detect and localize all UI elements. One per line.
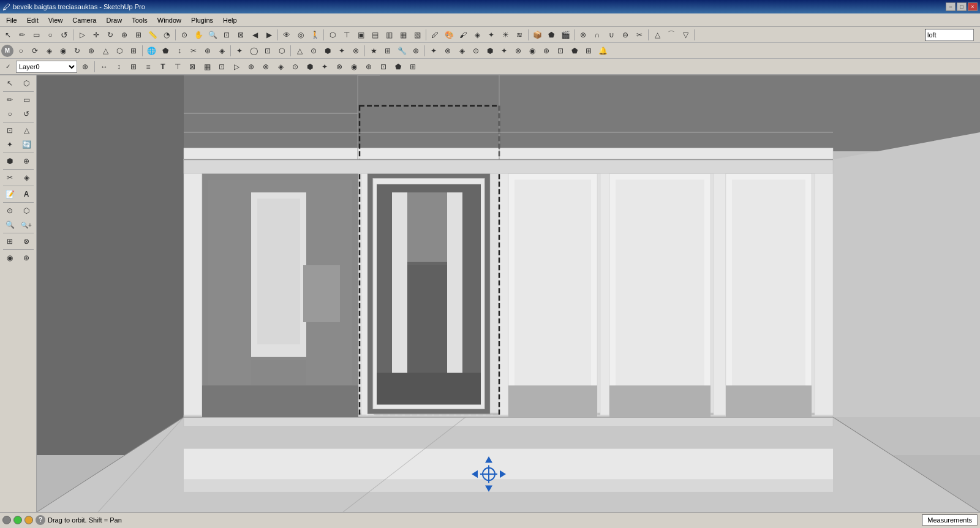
tb2-btn-17[interactable]: ✦ (233, 44, 246, 58)
scale-btn[interactable]: ⊕ (118, 28, 131, 42)
viewport[interactable] (37, 75, 980, 512)
tb2-btn-20[interactable]: ⬡ (275, 44, 288, 58)
menu-camera[interactable]: Camera (67, 15, 101, 25)
left-star-btn[interactable]: ✦ (2, 138, 18, 151)
left-arc-btn[interactable]: ↺ (18, 107, 34, 121)
layer-tb-4[interactable]: ≡ (141, 60, 155, 74)
styles-btn[interactable]: ✦ (484, 28, 498, 42)
fog-btn[interactable]: ≋ (513, 28, 526, 42)
components-btn[interactable]: 📦 (530, 28, 544, 42)
tb2-btn-12[interactable]: ⬟ (159, 44, 172, 58)
tb2-btn-32[interactable]: ◈ (455, 44, 469, 58)
left-plus-btn[interactable]: ⊕ (18, 154, 34, 168)
zoom-extents-btn[interactable]: ⊠ (234, 28, 247, 42)
layer-tb-14[interactable]: ⊙ (288, 60, 302, 74)
drape-btn[interactable]: ▽ (679, 28, 692, 42)
tb2-btn-14[interactable]: ✂ (187, 44, 200, 58)
layer-tb-17[interactable]: ⊗ (333, 60, 346, 74)
menu-plugins[interactable]: Plugins (186, 15, 218, 25)
left-plus2-btn[interactable]: ⊕ (18, 251, 34, 265)
loft-input[interactable] (925, 29, 974, 41)
layer-tb-5[interactable]: T (156, 60, 170, 74)
solid-tools-btn[interactable]: ⊗ (576, 28, 590, 42)
push-pull-btn[interactable]: ▷ (75, 28, 89, 42)
arc-btn[interactable]: ↺ (58, 28, 71, 42)
tb2-btn-18[interactable]: ◯ (247, 44, 260, 58)
tb2-btn-6[interactable]: ↻ (70, 44, 84, 58)
left-doc-btn[interactable]: 📝 (2, 187, 18, 201)
close-button[interactable]: × (968, 2, 978, 11)
tb2-btn-30[interactable]: ✦ (427, 44, 440, 58)
tb2-btn-27[interactable]: ⊞ (381, 44, 394, 58)
add-layer-btn[interactable]: ⊕ (78, 60, 92, 74)
look-around-btn[interactable]: ◎ (294, 28, 307, 42)
tb2-btn-24[interactable]: ✦ (335, 44, 349, 58)
tb2-btn-22[interactable]: ⊙ (307, 44, 320, 58)
tb2-btn-11[interactable]: 🌐 (145, 44, 158, 58)
back-view-btn[interactable]: ▥ (382, 28, 396, 42)
tb2-btn-29[interactable]: ⊕ (409, 44, 423, 58)
menu-file[interactable]: File (1, 15, 22, 25)
rotate-btn[interactable]: ↻ (104, 28, 117, 42)
tb2-btn-8[interactable]: △ (99, 44, 112, 58)
layer-tb-11[interactable]: ⊕ (244, 60, 258, 74)
layer-tb-20[interactable]: ⊡ (377, 60, 390, 74)
iso-view-btn[interactable]: ⬡ (326, 28, 339, 42)
left-text-btn[interactable]: A (18, 187, 34, 201)
tb2-btn-9[interactable]: ⬡ (113, 44, 126, 58)
tb2-btn-26[interactable]: ★ (367, 44, 380, 58)
tb2-btn-34[interactable]: ⬢ (483, 44, 497, 58)
layer-tb-16[interactable]: ✦ (318, 60, 331, 74)
tb2-btn-2[interactable]: ○ (14, 44, 28, 58)
layer-tb-8[interactable]: ▦ (200, 60, 214, 74)
tb2-btn-21[interactable]: △ (293, 44, 306, 58)
tb2-btn-23[interactable]: ⬢ (321, 44, 334, 58)
tb2-btn-28[interactable]: 🔧 (395, 44, 409, 58)
tb2-btn-41[interactable]: ⊞ (582, 44, 595, 58)
left-zoom2-btn[interactable]: 🔍+ (18, 218, 34, 232)
rect-btn[interactable]: ▭ (29, 28, 43, 42)
menu-edit[interactable]: Edit (22, 15, 43, 25)
move-btn[interactable]: ✛ (89, 28, 103, 42)
subtract-btn[interactable]: ⊖ (619, 28, 632, 42)
tb2-btn-10[interactable]: ⊞ (127, 44, 140, 58)
left-circle-btn[interactable]: ○ (2, 107, 18, 121)
tb2-btn-5[interactable]: ◉ (56, 44, 70, 58)
select-tool-btn[interactable]: ↖ (1, 28, 15, 42)
menu-draw[interactable]: Draw (101, 15, 127, 25)
layer-tb-1[interactable]: ↔ (97, 60, 111, 74)
zoom-btn[interactable]: 🔍 (206, 28, 219, 42)
shadows-btn[interactable]: ☀ (499, 28, 512, 42)
orbit-btn[interactable]: ⊙ (178, 28, 191, 42)
tb2-btn-39[interactable]: ⊡ (554, 44, 567, 58)
layer-tb-12[interactable]: ⊗ (259, 60, 273, 74)
bottom-view-btn[interactable]: ▧ (410, 28, 424, 42)
layer-tb-6[interactable]: ⊤ (171, 60, 184, 74)
left-cut-btn[interactable]: ✂ (2, 171, 18, 184)
tb2-btn-38[interactable]: ⊕ (540, 44, 553, 58)
left-triangle-btn[interactable]: △ (18, 124, 34, 137)
tb2-btn-4[interactable]: ◈ (42, 44, 56, 58)
trim-btn[interactable]: ✂ (633, 28, 646, 42)
smoove-btn[interactable]: ⌒ (665, 28, 678, 42)
layer-tb-3[interactable]: ⊞ (127, 60, 140, 74)
tb2-btn-31[interactable]: ⊗ (441, 44, 454, 58)
title-bar-controls[interactable]: − □ × (946, 2, 978, 11)
maximize-button[interactable]: □ (957, 2, 967, 11)
tb2-btn-1[interactable]: M (1, 45, 13, 57)
left-view-btn[interactable]: ▦ (396, 28, 410, 42)
layer-tb-19[interactable]: ⊕ (362, 60, 375, 74)
paint-btn[interactable]: 🖌 (456, 28, 470, 42)
tb2-btn-25[interactable]: ⊗ (349, 44, 363, 58)
front-view-btn[interactable]: ▣ (354, 28, 368, 42)
left-pan-btn[interactable]: ⬡ (18, 204, 34, 217)
layer-tb-22[interactable]: ⊞ (406, 60, 420, 74)
top-view-btn[interactable]: ⊤ (340, 28, 353, 42)
position-camera-btn[interactable]: 👁 (280, 28, 293, 42)
face-style-btn[interactable]: 🎨 (442, 28, 456, 42)
tb2-btn-15[interactable]: ⊕ (201, 44, 214, 58)
left-pencil-btn[interactable]: ✏ (2, 93, 18, 107)
tb2-btn-3[interactable]: ⟳ (28, 44, 42, 58)
offset-btn[interactable]: ⊞ (132, 28, 145, 42)
scenes-btn[interactable]: 🎬 (559, 28, 572, 42)
